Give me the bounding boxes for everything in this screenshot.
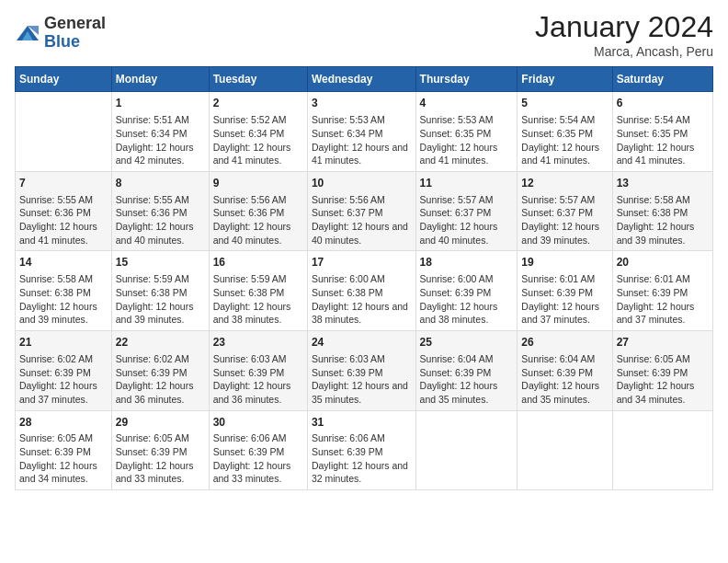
cell-info: Sunrise: 6:03 AM [312, 353, 385, 364]
day-number: 30 [213, 415, 303, 431]
cell-info: Sunrise: 6:02 AM [116, 353, 189, 364]
cell-info: Sunset: 6:39 PM [312, 446, 383, 457]
logo-blue: Blue [44, 33, 106, 52]
cell-info: Sunrise: 5:58 AM [19, 273, 93, 284]
cell-week4-day3: 31Sunrise: 6:06 AMSunset: 6:39 PMDayligh… [307, 410, 415, 490]
day-number: 16 [213, 255, 303, 270]
header-sunday: Sunday [16, 67, 112, 92]
day-number: 24 [312, 335, 412, 350]
cell-info: Sunrise: 5:59 AM [213, 273, 287, 284]
calendar-header: Sunday Monday Tuesday Wednesday Thursday… [16, 67, 713, 92]
cell-week1-day1: 8Sunrise: 5:55 AMSunset: 6:36 PMDaylight… [111, 171, 209, 251]
cell-info: Sunset: 6:39 PM [617, 287, 688, 298]
cell-info: Sunrise: 5:54 AM [617, 114, 690, 125]
day-number: 12 [521, 176, 608, 191]
cell-week1-day6: 13Sunrise: 5:58 AMSunset: 6:38 PMDayligh… [612, 171, 712, 251]
cell-week3-day3: 24Sunrise: 6:03 AMSunset: 6:39 PMDayligh… [307, 331, 415, 411]
day-number: 17 [312, 255, 412, 270]
cell-week2-day3: 17Sunrise: 6:00 AMSunset: 6:38 PMDayligh… [307, 251, 415, 331]
cell-info: Daylight: 12 hours and 36 minutes. [213, 380, 291, 405]
day-number: 22 [116, 335, 205, 350]
cell-info: Sunrise: 6:05 AM [116, 432, 189, 443]
cell-info: Sunset: 6:39 PM [521, 367, 593, 378]
cell-info: Daylight: 12 hours and 33 minutes. [116, 460, 194, 485]
day-number: 1 [116, 96, 205, 111]
cell-info: Sunrise: 6:03 AM [213, 353, 287, 364]
cell-info: Sunrise: 5:52 AM [213, 114, 287, 125]
cell-week1-day3: 10Sunrise: 5:56 AMSunset: 6:37 PMDayligh… [307, 171, 415, 251]
cell-info: Sunset: 6:38 PM [19, 287, 91, 298]
day-number: 10 [312, 176, 412, 191]
cell-info: Daylight: 12 hours and 38 minutes. [312, 301, 408, 326]
cell-info: Sunrise: 6:00 AM [312, 273, 385, 284]
day-number: 4 [420, 96, 514, 111]
cell-info: Sunset: 6:34 PM [116, 128, 188, 139]
cell-info: Sunset: 6:39 PM [312, 367, 383, 378]
week-row-0: 1Sunrise: 5:51 AMSunset: 6:34 PMDaylight… [16, 92, 713, 172]
cell-info: Sunset: 6:35 PM [521, 128, 593, 139]
calendar-body: 1Sunrise: 5:51 AMSunset: 6:34 PMDaylight… [16, 92, 713, 490]
cell-info: Daylight: 12 hours and 39 minutes. [521, 221, 599, 246]
cell-week3-day0: 21Sunrise: 6:02 AMSunset: 6:39 PMDayligh… [16, 331, 112, 411]
header-tuesday: Tuesday [209, 67, 307, 92]
cell-info: Sunset: 6:39 PM [420, 367, 492, 378]
cell-week1-day5: 12Sunrise: 5:57 AMSunset: 6:37 PMDayligh… [518, 171, 612, 251]
cell-info: Sunset: 6:36 PM [213, 207, 285, 218]
header-wednesday: Wednesday [307, 67, 415, 92]
day-number: 8 [116, 176, 205, 191]
cell-info: Daylight: 12 hours and 34 minutes. [19, 460, 97, 485]
cell-info: Sunset: 6:38 PM [213, 287, 285, 298]
cell-info: Sunrise: 6:06 AM [312, 432, 385, 443]
cell-info: Sunrise: 5:57 AM [521, 194, 595, 205]
cell-info: Sunset: 6:37 PM [420, 207, 492, 218]
cell-info: Sunset: 6:34 PM [213, 128, 285, 139]
week-row-3: 21Sunrise: 6:02 AMSunset: 6:39 PMDayligh… [16, 331, 713, 411]
day-number: 5 [521, 96, 608, 111]
cell-info: Daylight: 12 hours and 37 minutes. [19, 380, 97, 405]
cell-week2-day4: 18Sunrise: 6:00 AMSunset: 6:39 PMDayligh… [415, 251, 518, 331]
cell-info: Daylight: 12 hours and 41 minutes. [19, 221, 97, 246]
header-saturday: Saturday [612, 67, 712, 92]
logo-text: General Blue [44, 15, 106, 52]
cell-info: Daylight: 12 hours and 34 minutes. [617, 380, 695, 405]
cell-info: Sunrise: 6:01 AM [617, 273, 690, 284]
cell-info: Sunset: 6:39 PM [213, 367, 285, 378]
cell-week3-day2: 23Sunrise: 6:03 AMSunset: 6:39 PMDayligh… [209, 331, 307, 411]
day-number: 27 [617, 335, 709, 350]
day-number: 7 [19, 176, 108, 191]
cell-info: Sunset: 6:35 PM [617, 128, 688, 139]
cell-info: Daylight: 12 hours and 35 minutes. [312, 380, 408, 405]
cell-week0-day0 [16, 92, 112, 172]
cell-week4-day6 [612, 410, 712, 490]
logo: General Blue [15, 15, 106, 52]
cell-info: Sunrise: 5:53 AM [312, 114, 385, 125]
cell-info: Daylight: 12 hours and 38 minutes. [420, 301, 498, 326]
cell-info: Sunrise: 6:01 AM [521, 273, 595, 284]
header-row: Sunday Monday Tuesday Wednesday Thursday… [16, 67, 713, 92]
cell-info: Sunset: 6:35 PM [420, 128, 492, 139]
cell-info: Sunset: 6:39 PM [116, 367, 188, 378]
cell-info: Sunset: 6:36 PM [19, 207, 91, 218]
cell-info: Daylight: 12 hours and 40 minutes. [213, 221, 291, 246]
cell-week0-day5: 5Sunrise: 5:54 AMSunset: 6:35 PMDaylight… [518, 92, 612, 172]
cell-week4-day0: 28Sunrise: 6:05 AMSunset: 6:39 PMDayligh… [16, 410, 112, 490]
cell-info: Sunrise: 5:51 AM [116, 114, 189, 125]
calendar-page: General Blue January 2024 Marca, Ancash,… [0, 0, 728, 563]
day-number: 6 [617, 96, 709, 111]
week-row-1: 7Sunrise: 5:55 AMSunset: 6:36 PMDaylight… [16, 171, 713, 251]
cell-info: Daylight: 12 hours and 37 minutes. [617, 301, 695, 326]
cell-info: Daylight: 12 hours and 35 minutes. [521, 380, 599, 405]
cell-week3-day4: 25Sunrise: 6:04 AMSunset: 6:39 PMDayligh… [415, 331, 518, 411]
cell-info: Daylight: 12 hours and 40 minutes. [116, 221, 194, 246]
day-number: 21 [19, 335, 108, 350]
cell-info: Sunset: 6:38 PM [617, 207, 688, 218]
cell-week3-day5: 26Sunrise: 6:04 AMSunset: 6:39 PMDayligh… [518, 331, 612, 411]
cell-week3-day6: 27Sunrise: 6:05 AMSunset: 6:39 PMDayligh… [612, 331, 712, 411]
cell-info: Daylight: 12 hours and 38 minutes. [213, 301, 291, 326]
header-thursday: Thursday [415, 67, 518, 92]
cell-week0-day1: 1Sunrise: 5:51 AMSunset: 6:34 PMDaylight… [111, 92, 209, 172]
cell-info: Sunset: 6:38 PM [116, 287, 188, 298]
cell-info: Sunset: 6:39 PM [521, 287, 593, 298]
header-friday: Friday [518, 67, 612, 92]
cell-info: Sunrise: 5:55 AM [116, 194, 189, 205]
